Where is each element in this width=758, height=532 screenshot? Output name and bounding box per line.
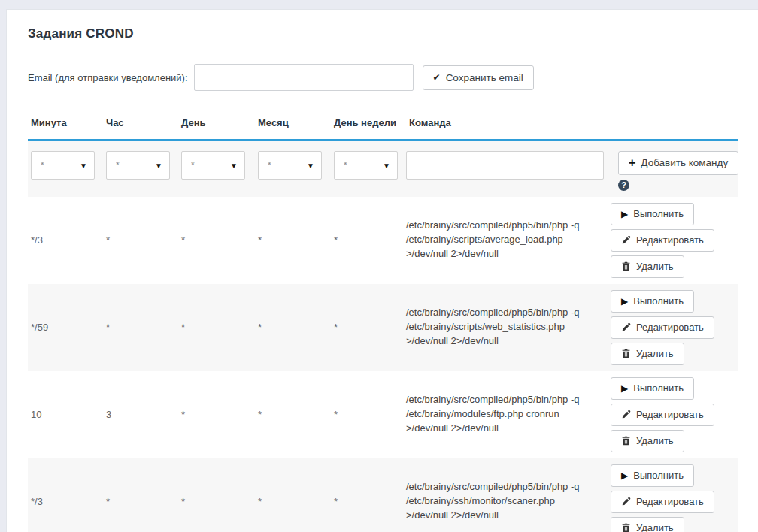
- command-line: /etc/brainy/src/compiled/php5/bin/php -q: [406, 393, 599, 407]
- trash-icon: [621, 436, 631, 446]
- edit-button[interactable]: Редактировать: [611, 404, 714, 426]
- edit-button[interactable]: Редактировать: [611, 229, 714, 252]
- email-input[interactable]: [194, 64, 414, 91]
- minute-value: */3: [28, 234, 103, 246]
- month-select-wrap: * ▼: [258, 151, 322, 180]
- hour-select-wrap: * ▼: [106, 151, 170, 180]
- month-value: *: [255, 322, 331, 333]
- play-icon: ▶: [621, 209, 628, 219]
- day-select-wrap: * ▼: [181, 151, 245, 180]
- save-email-label: Сохранить email: [446, 72, 523, 83]
- play-icon: ▶: [621, 470, 628, 481]
- hour-select[interactable]: *: [107, 152, 169, 179]
- command-line: /etc/brainy/scripts/average_load.php: [406, 233, 599, 247]
- play-icon: ▶: [621, 383, 628, 394]
- header-command: Команда: [406, 109, 611, 139]
- pencil-icon: [621, 410, 631, 419]
- add-command-label: Добавить команду: [641, 157, 728, 168]
- delete-button[interactable]: Удалить: [611, 517, 684, 532]
- add-command-cell: + Добавить команду ?: [611, 151, 738, 191]
- delete-button[interactable]: Удалить: [611, 430, 684, 452]
- day-value: *: [178, 234, 255, 246]
- page-title: Задания CROND: [28, 26, 737, 41]
- row-actions: ▶ Выполнить Редактировать Удалить: [611, 371, 738, 458]
- weekday-value: *: [331, 409, 406, 420]
- month-select[interactable]: *: [259, 152, 321, 179]
- command-text: /etc/brainy/src/compiled/php5/bin/php -q…: [406, 480, 611, 523]
- run-label: Выполнить: [633, 208, 684, 219]
- pencil-icon: [621, 497, 631, 506]
- minute-value: */3: [28, 496, 103, 507]
- new-task-row: * ▼ * ▼ * ▼ * ▼: [28, 141, 738, 197]
- table-row: */3 * * * * /etc/brainy/src/compiled/php…: [28, 197, 738, 284]
- edit-label: Редактировать: [636, 234, 704, 246]
- minute-select[interactable]: *: [32, 152, 94, 179]
- run-label: Выполнить: [633, 470, 684, 481]
- weekday-select[interactable]: *: [335, 152, 397, 179]
- weekday-value: *: [331, 322, 406, 333]
- crond-panel: Задания CROND Email (для отправки уведом…: [6, 9, 758, 532]
- hour-value: *: [103, 322, 178, 333]
- delete-label: Удалить: [636, 348, 674, 359]
- command-text: /etc/brainy/src/compiled/php5/bin/php -q…: [406, 393, 611, 436]
- command-text: /etc/brainy/src/compiled/php5/bin/php -q…: [406, 306, 611, 349]
- run-label: Выполнить: [633, 382, 684, 394]
- command-text: /etc/brainy/src/compiled/php5/bin/php -q…: [406, 219, 611, 261]
- month-value: *: [255, 234, 331, 246]
- header-day: День: [178, 109, 255, 139]
- hour-value: 3: [103, 409, 178, 420]
- edit-label: Редактировать: [636, 322, 704, 333]
- trash-icon: [621, 349, 631, 358]
- run-button[interactable]: ▶ Выполнить: [611, 290, 694, 313]
- edit-button[interactable]: Редактировать: [611, 491, 714, 513]
- plus-icon: +: [629, 156, 635, 170]
- table-row: */59 * * * * /etc/brainy/src/compiled/ph…: [28, 284, 738, 371]
- trash-icon: [621, 261, 631, 271]
- command-line: /etc/brainy/src/compiled/php5/bin/php -q: [406, 306, 599, 320]
- day-value: *: [178, 409, 255, 420]
- run-button[interactable]: ▶ Выполнить: [611, 203, 694, 225]
- row-actions: ▶ Выполнить Редактировать Удалить: [611, 458, 738, 532]
- command-line: /etc/brainy/src/compiled/php5/bin/php -q: [406, 480, 599, 494]
- header-minute: Минута: [28, 109, 103, 139]
- run-label: Выполнить: [633, 295, 684, 307]
- day-value: *: [178, 496, 255, 507]
- header-actions: [611, 109, 738, 139]
- play-icon: ▶: [621, 296, 628, 307]
- help-icon[interactable]: ?: [618, 180, 629, 191]
- weekday-select-wrap: * ▼: [334, 151, 398, 180]
- delete-button[interactable]: Удалить: [611, 255, 684, 278]
- delete-button[interactable]: Удалить: [611, 343, 684, 365]
- email-label: Email (для отправки уведомлений):: [28, 72, 188, 83]
- minute-select-wrap: * ▼: [31, 151, 95, 180]
- day-select[interactable]: *: [182, 152, 244, 179]
- command-line: /etc/brainy/src/compiled/php5/bin/php -q: [406, 219, 599, 233]
- delete-label: Удалить: [636, 435, 674, 446]
- save-email-button[interactable]: ✔ Сохранить email: [423, 65, 534, 90]
- command-line: /etc/brainy/modules/ftp.php cronrun: [406, 407, 599, 422]
- hour-value: *: [103, 234, 178, 246]
- row-actions: ▶ Выполнить Редактировать Удалить: [611, 197, 738, 284]
- delete-label: Удалить: [636, 522, 674, 532]
- edit-button[interactable]: Редактировать: [611, 316, 714, 339]
- command-input[interactable]: [406, 151, 604, 180]
- command-line: >/dev/null 2>/dev/null: [406, 509, 599, 523]
- table-row: 10 3 * * * /etc/brainy/src/compiled/php5…: [28, 371, 738, 458]
- day-value: *: [178, 322, 255, 333]
- minute-value: */59: [28, 322, 103, 333]
- edit-label: Редактировать: [636, 496, 704, 507]
- table-header-row: Минута Час День Месяц День недели Команд…: [28, 109, 738, 141]
- command-line: /etc/brainy/ssh/monitor/scaner.php: [406, 494, 599, 509]
- add-command-button[interactable]: + Добавить команду: [618, 151, 738, 175]
- month-value: *: [255, 409, 331, 420]
- minute-value: 10: [28, 409, 103, 420]
- run-button[interactable]: ▶ Выполнить: [611, 377, 694, 400]
- month-value: *: [255, 496, 331, 507]
- trash-icon: [621, 523, 631, 532]
- run-button[interactable]: ▶ Выполнить: [611, 464, 694, 487]
- row-actions: ▶ Выполнить Редактировать Удалить: [611, 284, 738, 371]
- command-line: >/dev/null 2>/dev/null: [406, 422, 599, 436]
- cron-table: Минута Час День Месяц День недели Команд…: [28, 109, 738, 532]
- email-form: Email (для отправки уведомлений): ✔ Сохр…: [28, 64, 737, 91]
- check-icon: ✔: [433, 73, 441, 82]
